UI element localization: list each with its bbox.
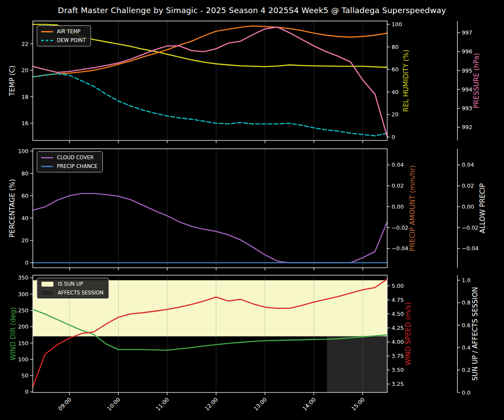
x-axis-panel-3 bbox=[70, 392, 363, 395]
weather-forecast-figure: Draft Master Challenge by Simagic - 2025… bbox=[0, 0, 504, 420]
left-tick-label: 0 bbox=[25, 259, 28, 266]
legend-label-precip-chance: PRECIP CHANCE bbox=[57, 163, 98, 169]
right1-axis-label: PRECIP AMOUNT (mm/hr) bbox=[409, 165, 416, 252]
legend-item-cloud-cover: CLOUD COVER bbox=[41, 154, 98, 161]
right1-tick-label: 5.00 bbox=[392, 283, 404, 289]
air-temp-line-swatch bbox=[41, 31, 53, 32]
left-tick-label: 40 bbox=[21, 215, 28, 221]
affects-session-patch-swatch bbox=[41, 290, 54, 296]
x-tick-label: 10:00 bbox=[106, 396, 122, 412]
right1-axis-label: REL HUMIDITY (%) bbox=[402, 49, 410, 112]
chart-canvas: 16182022TEMP (C)020406080100REL HUMIDITY… bbox=[0, 0, 504, 420]
legend-label-air-temp: AIR TEMP bbox=[57, 28, 80, 35]
left-axis-panel-2: 020406080100PERCENTAGE (%) bbox=[8, 148, 33, 266]
right1-tick-label: 40 bbox=[392, 89, 399, 95]
right1-tick-label: 4.00 bbox=[392, 339, 404, 345]
right1-tick-label: 4.25 bbox=[392, 325, 404, 331]
gridlines-panel-2 bbox=[70, 149, 363, 268]
right1-tick-label: 80 bbox=[392, 44, 399, 50]
right-axis2-panel-3: 0.00.20.40.60.81.0SUN UP / AFFECTS SESSI… bbox=[458, 275, 480, 396]
legend-temperature-panel: AIR TEMP DEW POINT bbox=[37, 25, 91, 46]
left-tick-label: 100 bbox=[18, 148, 28, 154]
right2-tick-label: 0.4 bbox=[462, 344, 471, 351]
right2-tick-label: 0.00 bbox=[462, 203, 474, 210]
right2-tick-label: 995 bbox=[462, 67, 472, 74]
right1-tick-label: 3.50 bbox=[392, 367, 404, 373]
x-tick-label: 15:00 bbox=[350, 396, 366, 412]
right1-tick-label: 4.75 bbox=[392, 297, 404, 303]
right2-tick-label: 0.0 bbox=[462, 389, 471, 396]
left-axis-label: PERCENTAGE (%) bbox=[8, 179, 16, 238]
legend-label-cloud-cover: CLOUD COVER bbox=[57, 154, 94, 161]
x-tick-label: 11:00 bbox=[154, 396, 170, 412]
right-axis1-panel-3: 3.253.503.754.004.254.504.755.00WIND SPE… bbox=[387, 283, 412, 387]
x-axis-panel-2 bbox=[70, 268, 363, 270]
legend-label-is-sun-up: IS SUN UP bbox=[58, 281, 83, 287]
right-axis2-panel-1: 992993994995996997PRESSURE (hPa) bbox=[458, 21, 481, 140]
right2-tick-label: 0.6 bbox=[462, 322, 471, 329]
right-axis1-panel-2: 0.040.020.00−0.02−0.04PRECIP AMOUNT (mm/… bbox=[387, 161, 416, 252]
right1-axis-label: WIND SPEED (m/s) bbox=[404, 302, 412, 365]
right2-axis-label: SUN UP / AFFECTS SESSION bbox=[471, 287, 479, 381]
x-axis-panel-1 bbox=[70, 140, 363, 143]
left-axis-label: WIND DIR (deg) bbox=[9, 307, 17, 360]
left-tick-label: 200 bbox=[18, 323, 28, 330]
legend-label-dew-point: DEW POINT bbox=[57, 37, 86, 43]
dew-point-line-swatch bbox=[41, 40, 53, 41]
x-tick-label: 12:00 bbox=[203, 396, 219, 412]
right1-tick-label: −0.02 bbox=[392, 224, 408, 231]
right2-tick-label: 0.04 bbox=[462, 161, 474, 168]
left-tick-label: 100 bbox=[18, 356, 28, 363]
is-sun-up-patch-swatch bbox=[41, 281, 54, 287]
left-tick-label: 80 bbox=[21, 170, 28, 177]
left-tick-label: 150 bbox=[18, 340, 28, 346]
left-axis-label: TEMP (C) bbox=[8, 66, 16, 97]
series-dew-point bbox=[33, 74, 387, 136]
x-tick-label: 14:00 bbox=[301, 396, 317, 412]
legend-item-precip-chance: PRECIP CHANCE bbox=[41, 163, 98, 169]
legend-item-air-temp: AIR TEMP bbox=[41, 28, 86, 35]
band-affects-session bbox=[327, 336, 387, 392]
legend-item-dew-point: DEW POINT bbox=[41, 37, 86, 43]
left-axis-panel-1: 16182022TEMP (C) bbox=[8, 41, 33, 127]
right2-axis-label: ALLOW PRECIP bbox=[479, 183, 486, 233]
cloud-cover-line-swatch bbox=[41, 157, 53, 158]
right1-tick-label: 3.25 bbox=[392, 381, 404, 387]
x-tick-label: 13:00 bbox=[252, 396, 268, 412]
left-tick-label: 20 bbox=[21, 237, 28, 244]
right2-tick-label: 1.0 bbox=[462, 277, 471, 284]
right2-tick-label: 0.2 bbox=[462, 367, 471, 373]
right2-tick-label: 994 bbox=[462, 86, 472, 93]
right1-tick-label: 0.02 bbox=[392, 182, 404, 189]
right2-tick-label: 992 bbox=[462, 124, 472, 130]
legend-cloud-panel: CLOUD COVER PRECIP CHANCE bbox=[37, 151, 103, 172]
precip-chance-line-swatch bbox=[41, 166, 53, 167]
right-axis2-panel-2: 0.040.020.00−0.02−0.04ALLOW PRECIP bbox=[458, 149, 487, 268]
left-tick-label: 50 bbox=[21, 372, 28, 379]
series-cloud-cover bbox=[33, 193, 387, 262]
right1-tick-label: 100 bbox=[392, 21, 402, 28]
right1-tick-label: −0.04 bbox=[392, 245, 408, 252]
left-tick-label: 16 bbox=[21, 120, 28, 126]
left-tick-label: 0 bbox=[25, 388, 28, 395]
right2-tick-label: 0.02 bbox=[462, 182, 474, 189]
left-tick-label: 300 bbox=[18, 291, 28, 298]
right1-tick-label: 3.75 bbox=[392, 353, 404, 359]
right1-tick-label: 0.00 bbox=[392, 203, 404, 210]
right2-tick-label: 996 bbox=[462, 48, 472, 55]
right2-axis-label: PRESSURE (hPa) bbox=[472, 53, 480, 108]
right2-tick-label: −0.04 bbox=[462, 245, 479, 252]
right1-tick-label: 0 bbox=[392, 134, 395, 140]
left-tick-label: 18 bbox=[21, 94, 28, 100]
right1-tick-label: 4.50 bbox=[392, 311, 404, 317]
left-tick-label: 20 bbox=[21, 67, 28, 74]
legend-item-is-sun-up: IS SUN UP bbox=[41, 281, 104, 287]
right2-tick-label: 0.8 bbox=[462, 299, 471, 306]
left-axis-panel-3: 050100150200250300350WIND DIR (deg) bbox=[9, 274, 33, 395]
gridlines-panel-1 bbox=[70, 21, 363, 140]
right1-tick-label: 20 bbox=[392, 111, 399, 118]
right2-tick-label: 997 bbox=[462, 29, 472, 36]
x-tick-label: 09:00 bbox=[57, 396, 73, 412]
left-tick-label: 350 bbox=[18, 274, 28, 281]
left-tick-label: 60 bbox=[21, 192, 28, 199]
